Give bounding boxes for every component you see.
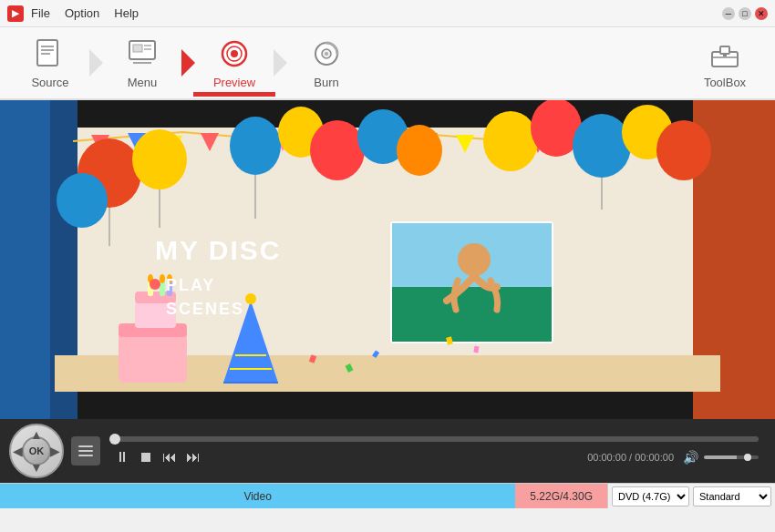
menu-bar: File Option Help (31, 6, 139, 20)
active-indicator (193, 92, 275, 95)
file-menu[interactable]: File (31, 6, 50, 20)
nav-arrow-2 (181, 49, 195, 77)
svg-point-67 (160, 274, 165, 283)
nav-left-button[interactable]: ◀ (13, 444, 23, 458)
playback-controls: ⏸ ⏹ ⏮ ⏭ 00:00:00 / 00:00:00 🔊 (115, 449, 759, 466)
nav-right-button[interactable]: ▶ (50, 444, 60, 458)
prev-button[interactable]: ⏮ (162, 449, 177, 466)
source-icon (34, 37, 67, 70)
svg-rect-16 (720, 46, 729, 54)
pause-button[interactable]: ⏸ (115, 449, 129, 466)
svg-point-51 (573, 114, 631, 178)
svg-point-10 (231, 50, 238, 57)
help-menu[interactable]: Help (114, 6, 139, 20)
menu-button[interactable] (71, 436, 100, 466)
svg-text:PLAY: PLAY (166, 276, 215, 294)
svg-rect-80 (392, 287, 552, 342)
maximize-button[interactable]: □ (739, 7, 751, 20)
timeline-area: ⏸ ⏹ ⏮ ⏭ 00:00:00 / 00:00:00 🔊 (108, 436, 766, 466)
nav-source[interactable]: Source (9, 31, 91, 95)
nav-control: ▲ ▼ ◀ ▶ OK (9, 424, 64, 478)
svg-point-48 (397, 125, 442, 176)
menu-lines-icon (78, 445, 94, 457)
svg-point-75 (150, 279, 160, 290)
burn-label: Burn (314, 76, 338, 89)
preview-icon (218, 37, 251, 70)
volume-area: 🔊 (683, 450, 759, 465)
video-area: MY DISC PLAY SCENES (0, 100, 775, 419)
size-label: 5.22G/4.30G (530, 490, 593, 503)
stop-button[interactable]: ⏹ (139, 449, 153, 466)
svg-point-81 (458, 243, 491, 276)
nav-burn[interactable]: Burn (285, 31, 367, 95)
svg-rect-0 (37, 40, 57, 66)
svg-text:SCENES: SCENES (166, 300, 244, 318)
svg-point-49 (483, 111, 538, 171)
burn-icon (310, 37, 343, 70)
svg-point-53 (656, 120, 711, 180)
volume-icon[interactable]: 🔊 (683, 450, 698, 465)
preview-label: Preview (213, 76, 255, 89)
svg-point-73 (245, 293, 256, 304)
status-bar: Video 5.22G/4.30G DVD (4.7G) DVD (8.5G) … (0, 483, 775, 508)
next-button[interactable]: ⏭ (186, 449, 201, 466)
menu-icon (126, 37, 159, 70)
nav-bar: Source Menu Preview (0, 27, 775, 100)
minimize-button[interactable]: ─ (722, 7, 735, 20)
svg-rect-59 (119, 332, 187, 383)
nav-arrow-3 (274, 49, 287, 77)
time-display: 00:00:00 / 00:00:00 (587, 452, 674, 463)
dvd-type-select[interactable]: DVD (4.7G) DVD (8.5G) Blu-ray 25G (612, 486, 689, 506)
svg-text:MY DISC: MY DISC (155, 235, 281, 265)
svg-point-44 (230, 117, 281, 175)
svg-point-46 (310, 120, 365, 180)
window-controls: ─ □ ✕ (722, 7, 768, 20)
controls-area: ▲ ▼ ◀ ▶ OK ⏸ ⏹ ⏮ ⏭ 00:00:00 (0, 419, 775, 483)
scene-svg: MY DISC PLAY SCENES (0, 100, 775, 419)
nav-arrow-1 (89, 49, 103, 77)
toolbox-icon (708, 37, 741, 70)
volume-thumb[interactable] (744, 454, 751, 461)
close-button[interactable]: ✕ (755, 7, 768, 20)
nav-up-button[interactable]: ▲ (30, 427, 43, 442)
app-icon: ▶ (7, 5, 24, 22)
source-label: Source (31, 76, 68, 89)
svg-point-14 (325, 52, 328, 56)
status-video-label: Video (0, 484, 515, 508)
option-menu[interactable]: Option (65, 6, 99, 20)
title-bar-left: ▶ File Option Help (7, 5, 139, 22)
svg-point-43 (57, 173, 108, 228)
toolbox-label: ToolBox (704, 76, 746, 89)
video-background: MY DISC PLAY SCENES (0, 100, 775, 419)
nav-down-button[interactable]: ▼ (30, 460, 43, 475)
nav-toolbox[interactable]: ToolBox (684, 31, 766, 95)
nav-menu[interactable]: Menu (101, 31, 183, 95)
svg-point-42 (132, 129, 187, 189)
status-size-display: 5.22G/4.30G (515, 484, 607, 508)
svg-rect-5 (133, 45, 142, 52)
status-dvd-selector: DVD (4.7G) DVD (8.5G) Blu-ray 25G Standa… (607, 484, 775, 508)
video-label: Video (243, 490, 271, 503)
progress-bar[interactable] (115, 436, 759, 442)
menu-label: Menu (128, 76, 158, 89)
quality-select[interactable]: Standard High Quality Custom (693, 486, 771, 506)
volume-slider[interactable] (704, 455, 759, 459)
progress-thumb[interactable] (109, 434, 120, 445)
title-bar: ▶ File Option Help ─ □ ✕ (0, 0, 775, 27)
nav-preview[interactable]: Preview (193, 31, 275, 95)
